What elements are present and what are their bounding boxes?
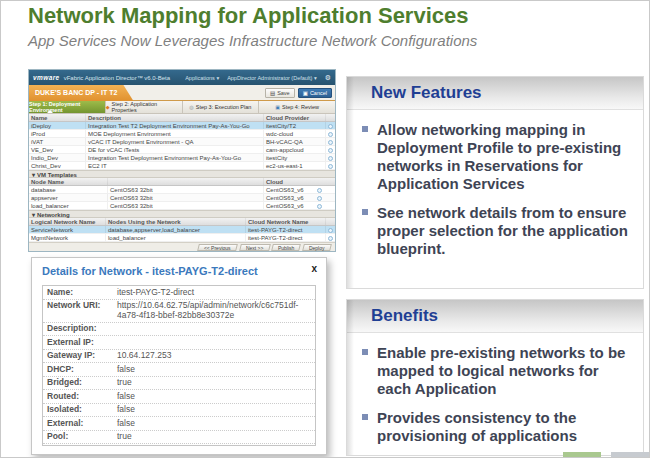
publish-button[interactable]: Publish bbox=[271, 244, 301, 251]
clock-icon: ◎ bbox=[189, 104, 193, 110]
details-table: Name:itest-PAYG-T2-direct Network URI:ht… bbox=[42, 285, 316, 446]
vm-table-row[interactable]: load_balancerCentOS63 32bitCentOS63_v6 bbox=[29, 202, 335, 210]
feature-bullet: Allow networking mapping in Deployment P… bbox=[360, 121, 633, 193]
env-table-row[interactable]: iProdMOE Deployment Environmentwdc-cloud bbox=[29, 130, 335, 138]
previous-button[interactable]: << Previous bbox=[197, 244, 237, 251]
vm-templates-section-bar[interactable]: ▾ VM Templates bbox=[29, 170, 335, 178]
step-tab-1[interactable]: Step 1: Deployment Environment bbox=[29, 101, 106, 113]
vm-table-row[interactable]: databaseCentOS63 32bitCentOS63_v6 bbox=[29, 186, 335, 194]
row-info-icon[interactable] bbox=[328, 164, 333, 169]
app-product-title: vFabric Application Director™ v6.0-Beta bbox=[64, 75, 170, 81]
feature-bullet: See network details from to ensure prope… bbox=[360, 204, 633, 258]
review-icon: ▣ bbox=[275, 104, 280, 110]
benefits-section: Benefits Enable pre-existing networks to… bbox=[346, 299, 644, 456]
row-info-icon[interactable] bbox=[328, 124, 333, 129]
details-row: Routed:false bbox=[43, 390, 315, 404]
details-row: Pool Ranges:[10.64.89.0 - 10.64.90.255] bbox=[43, 444, 315, 446]
details-popup-title: Details for Network - itest-PAYG-T2-dire… bbox=[32, 258, 326, 281]
close-icon[interactable]: x bbox=[311, 264, 317, 274]
page-subtitle: App Services Now Leverages Infrastructur… bbox=[28, 32, 477, 49]
deploy-button[interactable]: Deploy bbox=[303, 244, 332, 251]
details-row: Description: bbox=[43, 323, 315, 337]
page-title: Network Mapping for Application Services bbox=[28, 3, 468, 29]
new-features-list: Allow networking mapping in Deployment P… bbox=[347, 110, 643, 258]
details-row: External IP: bbox=[43, 336, 315, 350]
env-table-row[interactable]: iVATvCAC IT Deployment Environment - QAB… bbox=[29, 138, 335, 146]
env-table-row[interactable]: VE_DevDE for vCAC iTestscam-appcloud bbox=[29, 146, 335, 154]
benefits-list: Enable pre-existing networks to be mappe… bbox=[347, 333, 643, 445]
step-tab-4[interactable]: ▣Step 4: Review bbox=[259, 101, 335, 113]
chevron-down-icon: ▾ bbox=[32, 171, 35, 177]
env-table-header: Name Description Cloud Provider bbox=[29, 114, 335, 122]
step-tab-3[interactable]: ◎Step 3: Execution Plan bbox=[183, 101, 260, 113]
details-row: Network URI:https://10.64.62.75/api/admi… bbox=[43, 300, 315, 323]
net-table-row[interactable]: MgmtNetworkload_balanceritest-PAYG-T2-di… bbox=[29, 234, 335, 242]
vmware-logo: vmware bbox=[33, 74, 60, 81]
save-icon: ▤ bbox=[270, 90, 275, 96]
cancel-icon: ▣ bbox=[303, 90, 308, 96]
chevron-down-icon: ▾ bbox=[32, 211, 35, 217]
env-table-row[interactable]: Indio_DevIntegration Test Deployment Env… bbox=[29, 154, 335, 162]
user-menu[interactable]: AppDirector Administrator (Default) ▾ bbox=[227, 75, 317, 81]
vm-table-row[interactable]: appserverCentOS63 32bitCentOS63_v6 bbox=[29, 194, 335, 202]
chevron-down-icon: ▾ bbox=[314, 75, 317, 81]
applications-menu[interactable]: Applications ▾ bbox=[185, 75, 219, 81]
step-tab-2[interactable]: ◆Step 2: Application Properties bbox=[106, 101, 183, 113]
network-details-popup: Details for Network - itest-PAYG-T2-dire… bbox=[31, 257, 327, 455]
net-table-row[interactable]: ServiceNetworkdatabase,appserver,load_ba… bbox=[29, 226, 335, 234]
row-info-icon[interactable] bbox=[328, 148, 333, 153]
app-director-screenshot: vmware vFabric Application Director™ v6.… bbox=[28, 69, 336, 252]
bottom-edge-fragment-gray bbox=[611, 452, 650, 458]
gear-icon[interactable]: ⚙ bbox=[325, 74, 331, 82]
benefits-title: Benefits bbox=[347, 300, 643, 333]
document-tab[interactable]: DUKE'S BANC DP - IT T2 bbox=[29, 85, 133, 101]
next-button[interactable]: Next >> bbox=[239, 244, 270, 251]
details-row: Bridged:true bbox=[43, 377, 315, 391]
details-row: Pool:true bbox=[43, 431, 315, 445]
env-table-row[interactable]: Christ_DevEC2 ITec2-us-east-1 bbox=[29, 162, 335, 170]
details-row: Isolated:false bbox=[43, 404, 315, 418]
row-info-icon[interactable] bbox=[328, 140, 333, 145]
details-row: DHCP:false bbox=[43, 363, 315, 377]
benefit-bullet: Enable pre-existing networks to be mappe… bbox=[360, 344, 633, 398]
row-info-icon[interactable] bbox=[328, 156, 333, 161]
wizard-footer: << Previous Next >> Publish Deploy bbox=[29, 242, 335, 251]
network-info-icon[interactable] bbox=[328, 236, 333, 241]
row-info-icon[interactable] bbox=[317, 196, 322, 201]
document-tab-bar: DUKE'S BANC DP - IT T2 ▤Save ▣Cancel bbox=[29, 85, 335, 101]
vm-table-header: Node Name Cloud bbox=[29, 178, 335, 186]
wizard-steps: Step 1: Deployment Environment ◆Step 2: … bbox=[29, 101, 335, 114]
cancel-button[interactable]: ▣Cancel bbox=[298, 88, 332, 98]
details-row: Gateway IP:10.64.127.253 bbox=[43, 350, 315, 364]
new-features-title: New Features bbox=[347, 77, 643, 110]
row-info-icon[interactable] bbox=[317, 188, 322, 193]
row-info-icon[interactable] bbox=[328, 132, 333, 137]
new-features-section: New Features Allow networking mapping in… bbox=[346, 76, 644, 289]
details-row: Name:itest-PAYG-T2-direct bbox=[43, 286, 315, 300]
network-info-icon[interactable] bbox=[328, 228, 333, 233]
app-header-bar: vmware vFabric Application Director™ v6.… bbox=[29, 70, 335, 85]
bottom-edge-fragment-green bbox=[563, 452, 601, 458]
row-info-icon[interactable] bbox=[317, 204, 322, 209]
env-table-row[interactable]: iDeployIntegration Test T2 Deployment En… bbox=[29, 122, 335, 130]
details-row: External:false bbox=[43, 417, 315, 431]
slide: Network Mapping for Application Services… bbox=[0, 0, 650, 458]
save-button[interactable]: ▤Save bbox=[265, 88, 295, 98]
chevron-down-icon: ▾ bbox=[216, 75, 219, 81]
diamond-icon: ◆ bbox=[106, 104, 110, 110]
networking-section-bar[interactable]: ▾ Networking bbox=[29, 210, 335, 218]
benefit-bullet: Provides consistency to the provisioning… bbox=[360, 409, 633, 445]
net-table-header: Logical Network Name Nodes Using the Net… bbox=[29, 218, 335, 226]
